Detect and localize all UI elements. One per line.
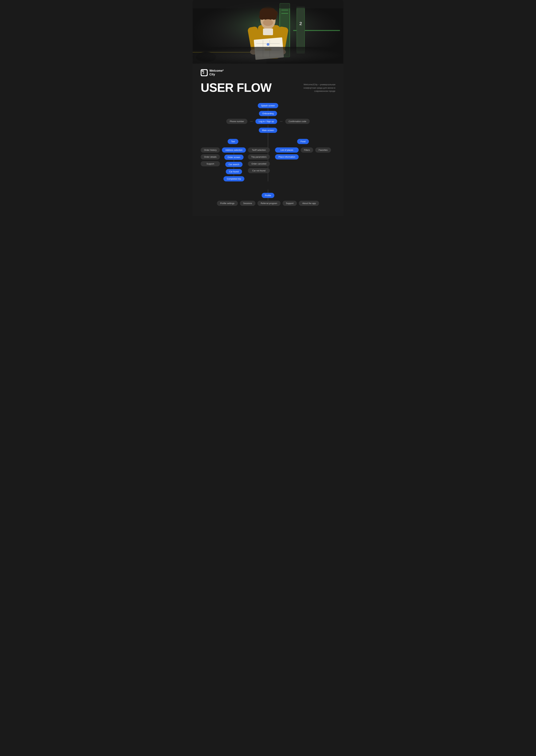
hconn-phone xyxy=(250,121,253,122)
taxi-header: Taxi xyxy=(201,139,265,144)
svg-point-31 xyxy=(267,43,269,46)
taxi-body: Order history Order details Support Addr… xyxy=(201,148,265,181)
car-search-node: Car search xyxy=(225,162,243,169)
splash-node: Splash screen xyxy=(258,103,278,111)
svg-point-18 xyxy=(272,10,278,16)
page-title: USER FLOW xyxy=(201,82,272,94)
taxi-center-col: Address selection Order screen Car searc… xyxy=(222,148,246,181)
place-info-pill[interactable]: Place information xyxy=(275,154,298,159)
profile-pill[interactable]: Profile xyxy=(262,193,275,198)
svg-text:2: 2 xyxy=(203,71,204,74)
hconn-confirm xyxy=(280,121,283,122)
svg-rect-40 xyxy=(202,70,204,71)
svg-rect-33 xyxy=(296,7,305,53)
flow-diagram: Splash screen Onboarding Phone number Lo… xyxy=(201,103,335,206)
completed-trip-pill[interactable]: Completed trip xyxy=(223,176,244,181)
tagline: Welcome2City – универсальная комфортная … xyxy=(298,83,335,93)
profile-settings-pill[interactable]: Profile settings xyxy=(217,201,238,206)
logo-name: Welcome² xyxy=(209,69,224,73)
profile-children: Profile settings Sessions Referral progr… xyxy=(217,201,319,206)
confirm-pill[interactable]: Confirmation code xyxy=(285,119,310,124)
list-places-pill[interactable]: List of places xyxy=(275,148,298,152)
login-row: Phone number Log in / Sign up Confirmati… xyxy=(226,119,310,124)
hero-illustration: 2 xyxy=(193,0,343,64)
tariff-pill[interactable]: Tariff selection xyxy=(248,148,270,152)
logo-text: Welcome² City xyxy=(209,69,224,76)
order-details-pill[interactable]: Order details xyxy=(201,154,220,159)
food-section: Food List of places Place information Fi… xyxy=(268,139,335,181)
sections-row: Taxi Order history Order details Support… xyxy=(201,139,335,181)
vc2 xyxy=(234,160,234,162)
svg-point-19 xyxy=(263,19,273,26)
order-screen-pill[interactable]: Order screen xyxy=(224,155,244,160)
trip-params-pill[interactable]: Trip parameters xyxy=(248,154,270,159)
support-profile-pill[interactable]: Support xyxy=(283,201,297,206)
svg-rect-41 xyxy=(202,71,203,72)
profile-vconn-top xyxy=(268,189,268,193)
hero-section: 2 xyxy=(193,0,343,64)
food-header: Food xyxy=(271,139,335,144)
order-history-pill[interactable]: Order history xyxy=(201,148,220,152)
vconn-1 xyxy=(268,108,268,111)
taxi-right-col: Tariff selection Trip parameters Order c… xyxy=(248,148,270,173)
svg-rect-37 xyxy=(193,47,343,64)
logo-icon: 2 xyxy=(201,69,208,76)
food-body: List of places Place information Filters… xyxy=(271,148,335,159)
profile-vconn-bottom xyxy=(268,198,268,201)
car-search-pill[interactable]: Car search xyxy=(225,162,243,167)
food-right-col: Favorites xyxy=(315,148,331,152)
svg-rect-36 xyxy=(193,0,343,8)
about-app-pill[interactable]: About the app xyxy=(299,201,319,206)
address-pill[interactable]: Address selection xyxy=(222,148,246,152)
login-pill[interactable]: Log in / Sign up xyxy=(255,119,277,124)
order-canceled-pill[interactable]: Order canceled xyxy=(248,161,270,166)
vconn-3 xyxy=(268,125,268,128)
logo-subname: City xyxy=(209,73,224,76)
favorites-pill[interactable]: Favorites xyxy=(315,148,331,152)
car-not-found-pill[interactable]: Car not found xyxy=(248,168,270,173)
phone-pill[interactable]: Phone number xyxy=(226,119,247,124)
order-screen-node: Order screen xyxy=(224,155,244,162)
taxi-section: Taxi Order history Order details Support… xyxy=(201,139,268,181)
splash-pill[interactable]: Splash screen xyxy=(258,103,278,108)
addr-node: Address selection xyxy=(222,148,246,155)
header-row: USER FLOW Welcome2City – универсальная к… xyxy=(201,82,335,94)
car-found-pill[interactable]: Car found xyxy=(226,169,242,174)
filters-pill[interactable]: Filters xyxy=(301,148,313,152)
vconn-2 xyxy=(268,116,268,119)
support-taxi-pill[interactable]: Support xyxy=(201,161,220,166)
svg-point-16 xyxy=(260,9,266,16)
vc1 xyxy=(234,152,234,155)
food-mid-col: Filters xyxy=(301,148,313,152)
taxi-pill[interactable]: Taxi xyxy=(228,139,238,144)
main-pill[interactable]: Main screen xyxy=(259,128,277,133)
profile-section: Profile Profile settings Sessions Referr… xyxy=(201,189,335,206)
onboarding-node: Onboarding xyxy=(259,111,277,119)
main-content: 2 Welcome² City USER FLOW Welcome2City –… xyxy=(193,64,343,216)
car-found-node: Car found xyxy=(226,169,242,176)
svg-text:2: 2 xyxy=(299,21,302,26)
food-left-col: List of places Place information xyxy=(275,148,298,159)
sessions-pill[interactable]: Sessions xyxy=(240,201,255,206)
main-node: Main screen xyxy=(259,128,277,133)
top-nodes: Splash screen Onboarding Phone number Lo… xyxy=(201,103,335,133)
vc4 xyxy=(234,174,234,176)
logo: 2 Welcome² City xyxy=(201,69,335,76)
svg-rect-20 xyxy=(263,28,273,35)
food-pill[interactable]: Food xyxy=(297,139,309,144)
vc3 xyxy=(234,167,234,169)
taxi-left-col: Order history Order details Support xyxy=(201,148,220,166)
onboarding-pill[interactable]: Onboarding xyxy=(259,111,277,116)
logo-svg: 2 xyxy=(202,70,207,75)
referral-pill[interactable]: Referral program xyxy=(257,201,281,206)
